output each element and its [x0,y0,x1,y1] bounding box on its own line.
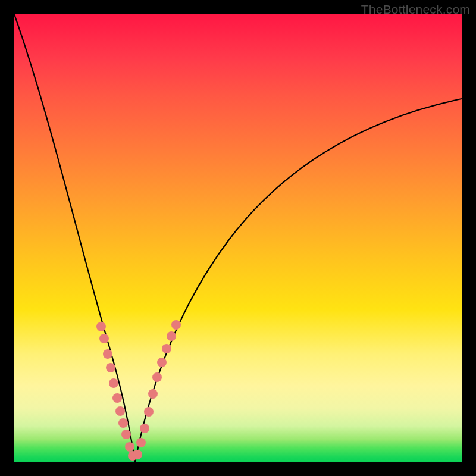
svg-point-9 [125,442,134,452]
svg-point-1 [99,334,109,343]
svg-point-2 [103,349,112,359]
svg-point-11 [133,450,142,459]
curve-layer [14,14,462,462]
svg-point-16 [152,372,162,382]
svg-point-12 [136,438,146,447]
right-branch-curve [135,99,462,462]
svg-point-19 [167,331,176,341]
svg-point-0 [96,322,106,331]
svg-point-13 [140,424,149,433]
svg-point-8 [121,430,131,439]
svg-point-6 [115,406,125,416]
svg-point-15 [148,389,158,399]
svg-point-14 [144,407,154,416]
svg-point-3 [106,363,115,372]
svg-point-20 [171,320,181,330]
svg-point-7 [118,418,128,428]
svg-point-4 [109,378,118,388]
chart-frame: TheBottleneck.com [0,0,476,476]
svg-point-5 [112,393,122,403]
svg-point-18 [162,344,171,353]
watermark-text: TheBottleneck.com [361,2,470,17]
right-branch-dots [133,320,181,459]
plot-area [14,14,462,462]
svg-point-17 [157,358,167,367]
